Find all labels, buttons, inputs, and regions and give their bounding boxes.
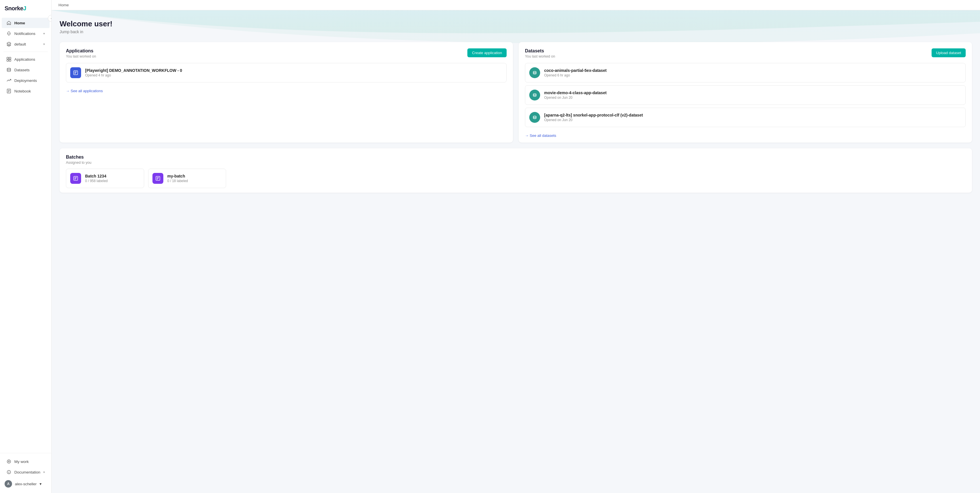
- layers-icon: [6, 41, 11, 47]
- applications-card: Applications You last worked on Create a…: [60, 42, 513, 143]
- datasets-card-title: Datasets: [525, 48, 555, 54]
- sidebar-item-home[interactable]: Home: [2, 18, 49, 28]
- dataset-item-meta: Opened on Jun 20: [544, 96, 607, 100]
- datasets-icon: [6, 67, 11, 73]
- notebook-icon: [6, 89, 11, 94]
- sidebar-item-applications-label: Applications: [14, 57, 35, 62]
- sidebar-nav: Home Notifications ▾ default: [0, 15, 51, 453]
- dataset-item-meta: Opened on Jun 20: [544, 118, 643, 122]
- welcome-subtitle: Jump back in: [60, 30, 972, 34]
- batch-item-info: Batch 1234 0 / 958 labeled: [85, 174, 108, 183]
- sidebar-item-deployments-label: Deployments: [14, 78, 37, 83]
- application-item-icon: [70, 67, 81, 78]
- dataset-item-info: [aparna-q2-lts] snorkel-app-protocol-clf…: [544, 113, 643, 122]
- batch-item-name: my-batch: [167, 174, 188, 178]
- username-label: alex-scheller: [15, 482, 37, 486]
- chevron-down-icon: ▾: [43, 470, 45, 474]
- chevron-down-icon: ▾: [43, 32, 45, 35]
- application-list-item[interactable]: [Playwright] DEMO_ANNOTATION_WORKFLOW - …: [66, 63, 507, 82]
- svg-point-11: [533, 94, 536, 95]
- applications-card-subtitle: You last worked on: [66, 54, 96, 59]
- dataset-item-info: coco-animals-partial-5ex-dataset Opened …: [544, 68, 607, 77]
- dataset-list-item[interactable]: coco-animals-partial-5ex-dataset Opened …: [525, 63, 966, 82]
- sidebar-item-datasets[interactable]: Datasets: [2, 65, 49, 75]
- sidebar-item-documentation[interactable]: Documentation ▾: [2, 467, 49, 477]
- application-item-meta: Opened 4 hr ago: [85, 73, 182, 77]
- cards-row: Applications You last worked on Create a…: [60, 42, 972, 143]
- sidebar-item-home-label: Home: [14, 21, 25, 25]
- dataset-item-name: [aparna-q2-lts] snorkel-app-protocol-clf…: [544, 113, 643, 117]
- content-inner: Welcome user! Jump back in Applications …: [52, 10, 980, 202]
- user-menu[interactable]: A alex-scheller ▾: [0, 477, 51, 490]
- batch-list-item[interactable]: Batch 1234 0 / 958 labeled: [66, 169, 144, 188]
- batch-item-info: my-batch 0 / 18 labeled: [167, 174, 188, 183]
- batch-item-meta: 0 / 18 labeled: [167, 179, 188, 183]
- svg-point-12: [533, 116, 536, 117]
- my-work-icon: [6, 459, 11, 464]
- batches-card-subtitle: Assigned to you: [66, 161, 966, 165]
- applications-card-title: Applications: [66, 48, 96, 54]
- application-item-name: [Playwright] DEMO_ANNOTATION_WORKFLOW - …: [85, 68, 182, 73]
- create-application-button[interactable]: Create application: [467, 48, 507, 57]
- main-content: Home Welco: [52, 0, 980, 493]
- documentation-icon: [6, 469, 11, 475]
- deployments-icon: [6, 78, 11, 83]
- applications-card-titles: Applications You last worked on: [66, 48, 96, 59]
- sidebar-item-notebook[interactable]: Notebook: [2, 86, 49, 96]
- applications-card-header: Applications You last worked on Create a…: [66, 48, 507, 59]
- see-all-datasets-link[interactable]: → See all datasets: [525, 133, 556, 138]
- upload-dataset-button[interactable]: Upload dataset: [932, 48, 966, 57]
- content-area: Welcome user! Jump back in Applications …: [52, 10, 980, 493]
- applications-icon: [6, 57, 11, 62]
- dataset-item-icon: [529, 112, 540, 123]
- sidebar-item-notebook-label: Notebook: [14, 89, 31, 94]
- sidebar-item-my-work[interactable]: My work: [2, 457, 49, 467]
- dataset-list-item[interactable]: [aparna-q2-lts] snorkel-app-protocol-clf…: [525, 108, 966, 127]
- breadcrumb: Home: [59, 3, 69, 7]
- sidebar-item-documentation-label: Documentation: [14, 470, 40, 474]
- datasets-card-subtitle: You last worked on: [525, 54, 555, 59]
- dataset-item-icon: [529, 90, 540, 100]
- batch-item-icon: [70, 173, 81, 184]
- see-all-applications-link[interactable]: → See all applications: [66, 89, 103, 93]
- sidebar-bottom: My work Documentation ▾ A alex-scheller …: [0, 453, 51, 493]
- batches-grid: Batch 1234 0 / 958 labeled: [66, 169, 966, 188]
- sidebar: SnorkeJ ‹ Home Notifications ▾: [0, 0, 52, 493]
- chevron-down-icon: ▾: [40, 482, 41, 486]
- sidebar-item-default-label: default: [14, 42, 26, 46]
- svg-rect-3: [9, 60, 11, 61]
- dataset-item-info: movie-demo-4-class-app-dataset Opened on…: [544, 90, 607, 100]
- svg-point-10: [533, 71, 536, 73]
- batch-item-name: Batch 1234: [85, 174, 108, 178]
- batch-item-icon: [153, 173, 163, 184]
- datasets-card-header: Datasets You last worked on Upload datas…: [525, 48, 966, 59]
- sidebar-item-datasets-label: Datasets: [14, 68, 30, 72]
- svg-point-4: [7, 68, 11, 69]
- batch-item-meta: 0 / 958 labeled: [85, 179, 108, 183]
- home-icon: [6, 20, 11, 25]
- batch-list-item[interactable]: my-batch 0 / 18 labeled: [148, 169, 226, 188]
- topbar: Home: [52, 0, 980, 10]
- sidebar-item-deployments[interactable]: Deployments: [2, 75, 49, 86]
- dataset-item-icon: [529, 67, 540, 78]
- batches-card: Batches Assigned to you Batch 1234: [60, 148, 972, 193]
- svg-rect-2: [7, 60, 9, 61]
- sidebar-item-notifications-label: Notifications: [14, 32, 35, 36]
- dataset-item-meta: Opened 6 hr ago: [544, 73, 607, 77]
- datasets-card-titles: Datasets You last worked on: [525, 48, 555, 59]
- svg-point-7: [8, 461, 10, 462]
- sidebar-item-notifications[interactable]: Notifications ▾: [2, 29, 49, 39]
- sidebar-item-applications[interactable]: Applications: [2, 54, 49, 64]
- dataset-item-name: coco-animals-partial-5ex-dataset: [544, 68, 607, 73]
- datasets-card: Datasets You last worked on Upload datas…: [519, 42, 972, 143]
- batches-card-title: Batches: [66, 155, 966, 160]
- svg-rect-1: [9, 57, 11, 59]
- avatar: A: [5, 480, 12, 488]
- chevron-down-icon: ▾: [43, 42, 45, 46]
- dataset-item-name: movie-demo-4-class-app-dataset: [544, 90, 607, 95]
- sidebar-item-default[interactable]: default ▾: [2, 39, 49, 49]
- svg-point-6: [7, 460, 11, 463]
- dataset-list-item[interactable]: movie-demo-4-class-app-dataset Opened on…: [525, 85, 966, 105]
- bell-icon: [6, 31, 11, 36]
- welcome-title: Welcome user!: [60, 19, 972, 29]
